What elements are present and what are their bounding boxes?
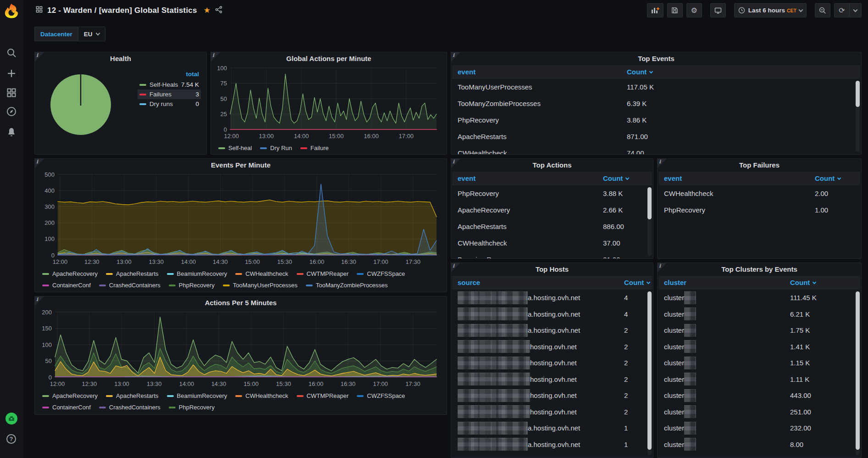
- column-header-event[interactable]: event: [664, 174, 682, 182]
- legend-item-ApacheRestarts[interactable]: ApacheRestarts: [106, 268, 159, 279]
- zoom-out-button[interactable]: [815, 3, 830, 17]
- server-admin-avatar[interactable]: [5, 412, 16, 423]
- legend-item-CrashedContainers[interactable]: CrashedContainers: [99, 279, 160, 291]
- row-label-cell: BeamiumRecovery: [458, 251, 652, 258]
- table-row: ApacheRestarts871.00: [452, 128, 860, 145]
- explore-compass-icon[interactable]: [6, 106, 17, 117]
- row-label-cell: CWHealthcheck: [664, 185, 860, 202]
- legend-item-BeamiumRecovery[interactable]: BeamiumRecovery: [167, 268, 227, 279]
- health-legend-row-Self-Heals[interactable]: Self-Heals7.54 K: [138, 80, 201, 89]
- panel-info-icon[interactable]: i: [34, 296, 44, 306]
- refresh-button[interactable]: ⟳: [834, 3, 850, 17]
- legend-item-BeamiumRecovery[interactable]: BeamiumRecovery: [167, 390, 227, 402]
- panel-title[interactable]: Top Clusters by Events: [658, 263, 861, 275]
- legend-item-CrashedContainers[interactable]: CrashedContainers: [99, 402, 160, 413]
- column-header-count[interactable]: Count: [790, 276, 816, 290]
- panel-title[interactable]: Top Failures: [658, 159, 861, 171]
- scrollbar-thumb[interactable]: [647, 291, 652, 450]
- save-dashboard-button[interactable]: [667, 3, 683, 17]
- scrollbar-thumb[interactable]: [647, 187, 652, 219]
- legend-item-Self-heal[interactable]: Self-heal: [218, 142, 252, 154]
- column-header-count[interactable]: Count: [624, 276, 650, 290]
- svg-text:400: 400: [44, 187, 55, 194]
- legend-item-ContainerConf[interactable]: ContainerConf: [42, 279, 91, 291]
- column-header-source[interactable]: source: [458, 279, 480, 286]
- column-header-event[interactable]: event: [458, 68, 475, 76]
- panel-info-icon[interactable]: i: [34, 52, 44, 62]
- row-label-cell: hosting.ovh.net: [458, 404, 652, 420]
- legend-item-CWHealthcheck[interactable]: CWHealthcheck: [235, 268, 288, 279]
- panel-info-icon[interactable]: i: [34, 158, 44, 168]
- global-actions-chart[interactable]: 12:0013:0014:0015:0016:0017:000255075100: [213, 64, 443, 141]
- column-header-count[interactable]: Count: [603, 172, 629, 185]
- panel-info-icon[interactable]: i: [451, 263, 461, 273]
- refresh-interval-button[interactable]: [850, 3, 862, 17]
- column-header-cluster[interactable]: cluster: [664, 279, 686, 286]
- health-pie-chart[interactable]: [49, 73, 113, 139]
- row-label-cell: a.hosting.ovh.net: [458, 306, 652, 323]
- table-row: hosting.ovh.net2: [452, 339, 652, 355]
- panel-title[interactable]: Top Events: [451, 52, 861, 64]
- panel-title[interactable]: Top Hosts: [451, 263, 653, 275]
- cycle-view-mode-button[interactable]: [710, 3, 726, 17]
- help-icon[interactable]: ?: [6, 434, 17, 445]
- legend-item-CWZFSSpace[interactable]: CWZFSSpace: [357, 390, 405, 402]
- column-header-count[interactable]: Count: [815, 172, 840, 185]
- dashboard-settings-button[interactable]: ⚙: [686, 3, 702, 17]
- legend-item-ApacheRecovery[interactable]: ApacheRecovery: [42, 268, 98, 279]
- legend-item-PhpRecovery[interactable]: PhpRecovery: [169, 402, 215, 413]
- panel-title[interactable]: Health: [35, 52, 206, 64]
- panel-info-icon[interactable]: i: [451, 52, 461, 62]
- panel-title[interactable]: Events Per Minute: [35, 159, 447, 171]
- add-icon[interactable]: [6, 68, 17, 79]
- svg-text:16:00: 16:00: [364, 133, 379, 140]
- panel-info-icon[interactable]: i: [657, 263, 667, 273]
- add-panel-button[interactable]: [647, 3, 663, 17]
- scrollbar-track: [647, 291, 652, 455]
- legend-item-CWHealthcheck[interactable]: CWHealthcheck: [235, 390, 288, 402]
- column-header-event[interactable]: event: [458, 174, 475, 182]
- health-legend-row-Dry runs[interactable]: Dry runs0: [138, 99, 201, 109]
- panel-info-icon[interactable]: i: [451, 158, 461, 168]
- svg-text:15:00: 15:00: [243, 380, 259, 387]
- redacted-blur: [684, 340, 696, 353]
- dashboard-title[interactable]: 12 - Warden / [warden] Global Statistics: [47, 6, 197, 15]
- legend-item-CWTMPReaper[interactable]: CWTMPReaper: [297, 390, 349, 402]
- events-per-minute-chart[interactable]: 12:0012:3013:0013:3014:0014:3015:0015:30…: [37, 171, 443, 267]
- legend-item-TooManyUserProcesses[interactable]: TooManyUserProcesses: [223, 279, 298, 291]
- row-label-cell: CWHealthcheck: [458, 145, 860, 154]
- legend-item-CWZFSSpace[interactable]: CWZFSSpace: [357, 268, 405, 279]
- scrollbar-thumb[interactable]: [856, 81, 860, 107]
- row-count-cell: 2.66 K: [603, 202, 623, 218]
- favorite-star-icon[interactable]: ★: [204, 6, 210, 15]
- legend-item-TooManyZombieProcesses[interactable]: TooManyZombieProcesses: [306, 279, 388, 291]
- row-label: cluster: [664, 420, 684, 436]
- legend-item-Dry Run[interactable]: Dry Run: [260, 142, 292, 154]
- grafana-logo-icon[interactable]: [4, 3, 19, 19]
- alerting-bell-icon[interactable]: [6, 127, 17, 138]
- column-header-count[interactable]: Count: [627, 65, 652, 79]
- health-legend-row-Failures[interactable]: Failures3: [138, 89, 201, 99]
- legend-item-ContainerConf[interactable]: ContainerConf: [42, 402, 91, 413]
- legend-color-dash: [300, 147, 307, 149]
- scrollbar-thumb[interactable]: [856, 291, 860, 450]
- actions-per-5-chart[interactable]: 12:0012:3013:0013:3014:0014:3015:0015:30…: [37, 308, 443, 389]
- svg-text:15:30: 15:30: [276, 380, 291, 387]
- panel-title[interactable]: Top Actions: [451, 159, 653, 171]
- share-icon[interactable]: [215, 6, 222, 15]
- panel-info-icon[interactable]: i: [657, 158, 667, 168]
- legend-item-Failure[interactable]: Failure: [300, 142, 329, 154]
- panel-info-icon[interactable]: i: [210, 52, 221, 62]
- health-legend-header-total[interactable]: total: [138, 71, 201, 80]
- legend-item-CWTMPReaper[interactable]: CWTMPReaper: [297, 268, 349, 279]
- panel-title[interactable]: Global Actions per Minute: [211, 52, 447, 64]
- row-label-cell: a.hosting.ovh.net: [458, 290, 652, 306]
- search-icon[interactable]: [6, 47, 17, 58]
- dashboards-icon[interactable]: [6, 87, 17, 98]
- variable-value-dropdown[interactable]: EU: [78, 27, 105, 41]
- legend-item-ApacheRecovery[interactable]: ApacheRecovery: [42, 390, 98, 402]
- legend-item-PhpRecovery[interactable]: PhpRecovery: [169, 279, 215, 291]
- legend-item-ApacheRestarts[interactable]: ApacheRestarts: [106, 390, 159, 402]
- panel-title[interactable]: Actions Per 5 Minutes: [35, 296, 447, 308]
- time-picker-button[interactable]: Last 6 hours CET: [734, 3, 807, 17]
